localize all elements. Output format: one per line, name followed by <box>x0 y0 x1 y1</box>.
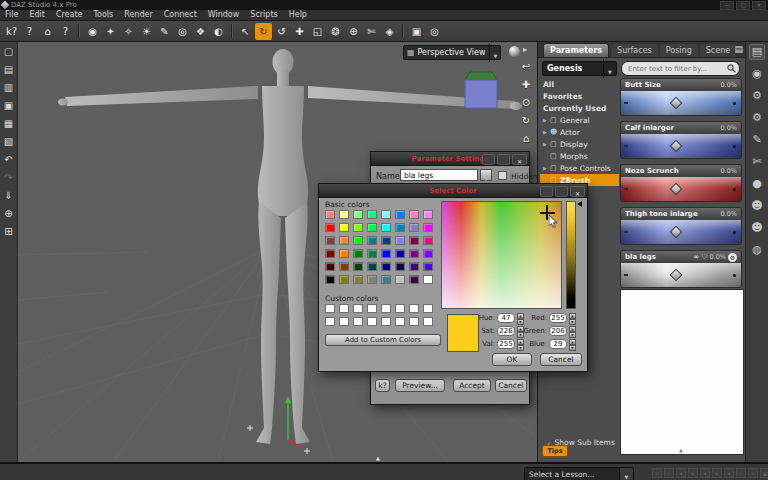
tab-scene[interactable]: Scene <box>700 44 736 57</box>
hue-value-field[interactable]: 47 <box>497 313 515 323</box>
basic-color-swatch[interactable] <box>325 223 335 232</box>
translate-tool-icon[interactable]: ✚ <box>291 23 308 40</box>
lesson-nav-button[interactable]: ‹ <box>664 468 674 478</box>
sat-value-field[interactable]: 226 <box>497 326 515 336</box>
lesson-nav-button[interactable]: • <box>724 468 734 478</box>
content-edit-icon[interactable]: ✎ <box>749 132 765 148</box>
save-as-icon[interactable]: ▦ <box>2 117 16 131</box>
send-to-icon[interactable]: ⊞ <box>2 225 16 239</box>
custom-color-swatch[interactable] <box>409 304 419 313</box>
spin-down-icon[interactable]: ▼ <box>569 345 576 351</box>
close-icon[interactable] <box>512 154 527 165</box>
nav-item-favorites[interactable]: Favorites <box>540 90 619 102</box>
blue-value-field[interactable]: 29 <box>549 339 567 349</box>
basic-color-swatch[interactable] <box>325 262 335 271</box>
custom-color-swatch[interactable] <box>367 317 377 326</box>
merge-icon[interactable]: ⊕ <box>2 207 16 221</box>
green-value-field[interactable]: 206 <box>549 326 567 336</box>
nav-item-display[interactable]: ▶▢Display <box>540 138 619 150</box>
redo-icon[interactable]: ↷ <box>2 171 16 185</box>
basic-color-swatch[interactable] <box>395 210 405 219</box>
shaping-icon[interactable]: ☻ <box>749 198 765 214</box>
hidden-checkbox[interactable] <box>498 171 507 180</box>
menu-window[interactable]: Window <box>208 10 240 20</box>
nav-item-all[interactable]: All <box>540 78 619 90</box>
basic-color-swatch[interactable] <box>367 236 377 245</box>
custom-color-swatch[interactable] <box>367 304 377 313</box>
basic-color-swatch[interactable] <box>339 236 349 245</box>
basic-color-swatch[interactable] <box>367 210 377 219</box>
basic-color-swatch[interactable] <box>325 210 335 219</box>
slider-track[interactable] <box>621 263 741 287</box>
simulation-settings-icon[interactable]: ⚙ <box>749 110 765 126</box>
menu-connect[interactable]: Connect <box>164 10 197 20</box>
basic-color-swatch[interactable] <box>423 210 433 219</box>
ok-button[interactable]: OK <box>492 353 532 366</box>
nav-item-general[interactable]: ▶▢General <box>540 114 619 126</box>
basic-color-swatch[interactable] <box>409 249 419 258</box>
maximize-button[interactable]: □ <box>736 1 750 10</box>
value-slider[interactable] <box>566 201 576 309</box>
minimize-button[interactable]: — <box>720 1 734 10</box>
basic-color-swatch[interactable] <box>339 275 349 284</box>
surface-selection-tool-icon[interactable]: ⊕ <box>345 23 362 40</box>
basic-color-swatch[interactable] <box>409 275 419 284</box>
basic-color-swatch[interactable] <box>367 249 377 258</box>
lesson-nav-button[interactable]: › <box>736 468 746 478</box>
nav-item-pose-controls[interactable]: ▶▢Pose Controls <box>540 162 619 174</box>
basic-color-swatch[interactable] <box>367 275 377 284</box>
menu-file[interactable]: File <box>5 10 18 20</box>
active-pose-tool-icon[interactable]: ❂ <box>327 23 344 40</box>
pane-dock-icon[interactable]: ▤ <box>749 44 765 60</box>
lesson-dropdown[interactable]: Select a Lesson... <box>524 467 634 480</box>
cancel-button[interactable]: Cancel <box>540 353 582 366</box>
orbit-icon[interactable]: ↩ <box>519 60 533 73</box>
new-primitive-icon[interactable]: ◐ <box>210 23 227 40</box>
lesson-nav-button[interactable]: ≡ <box>760 468 768 478</box>
spinner-control[interactable]: ▲▼ <box>569 339 576 349</box>
export-icon[interactable]: ▧ <box>2 135 16 149</box>
rotate-tool-icon[interactable]: ↻ <box>255 23 272 40</box>
basic-color-swatch[interactable] <box>353 262 363 271</box>
custom-color-swatch[interactable] <box>423 317 433 326</box>
nav-item-currently-used[interactable]: Currently Used <box>540 102 619 114</box>
slider-thumb[interactable] <box>670 226 683 239</box>
basic-color-swatch[interactable] <box>423 236 433 245</box>
scope-dropdown[interactable]: Genesis <box>542 61 617 76</box>
basic-color-swatch[interactable] <box>353 236 363 245</box>
tool-settings-icon[interactable]: ✄ <box>749 154 765 170</box>
custom-color-swatch[interactable] <box>381 317 391 326</box>
pan-icon[interactable]: ✚ <box>519 78 533 91</box>
menu-create[interactable]: Create <box>56 10 83 20</box>
custom-color-swatch[interactable] <box>353 317 363 326</box>
new-point-light-icon[interactable]: ✧ <box>120 23 137 40</box>
undo-icon[interactable]: ↶ <box>2 153 16 167</box>
basic-color-swatch[interactable] <box>409 262 419 271</box>
basic-color-swatch[interactable] <box>325 236 335 245</box>
basic-color-swatch[interactable] <box>353 223 363 232</box>
basic-color-swatch[interactable] <box>395 236 405 245</box>
expand-arrow-icon[interactable]: ▶ <box>543 165 548 171</box>
slider-track[interactable] <box>621 91 741 115</box>
expand-arrow-icon[interactable]: ▶ <box>543 129 548 135</box>
basic-color-swatch[interactable] <box>381 236 391 245</box>
hue-saturation-field[interactable] <box>441 201 562 309</box>
custom-color-swatch[interactable] <box>395 304 405 313</box>
add-to-custom-colors-button[interactable]: Add to Custom Colors <box>325 334 441 346</box>
tutorial-icon[interactable]: ? <box>57 23 74 40</box>
basic-color-swatch[interactable] <box>409 223 419 232</box>
basic-color-swatch[interactable] <box>339 262 349 271</box>
help-icon[interactable]: ? <box>21 23 38 40</box>
new-spotlight-icon[interactable]: ✦ <box>102 23 119 40</box>
tab-surfaces[interactable]: Surfaces <box>611 44 658 57</box>
lesson-nav-button[interactable]: • <box>688 468 698 478</box>
panel-menu-icon[interactable]: ▤ <box>734 44 743 54</box>
basic-color-swatch[interactable] <box>325 249 335 258</box>
custom-color-swatch[interactable] <box>353 304 363 313</box>
scale-tool-icon[interactable]: ◱ <box>309 23 326 40</box>
orbit-tool-icon[interactable]: ↺ <box>273 23 290 40</box>
smart-content-icon[interactable]: ● <box>749 176 765 192</box>
goz-cube[interactable] <box>465 72 497 108</box>
lesson-dropdown-arrow-icon[interactable] <box>619 468 633 480</box>
expand-arrow-icon[interactable]: ▶ <box>543 117 548 123</box>
